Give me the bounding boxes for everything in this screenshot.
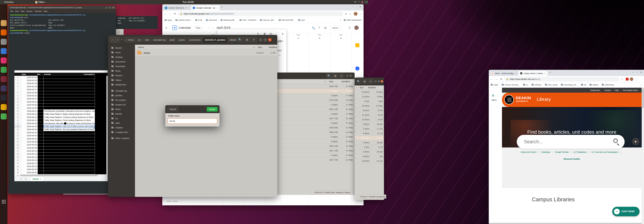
tab-close-icon[interactable]: ✕ bbox=[514, 72, 517, 74]
dock-app-icon[interactable] bbox=[1, 57, 7, 63]
grid-view-icon[interactable]: ⊞ bbox=[244, 37, 250, 43]
sheet-row[interactable]: 11 2019-04-01 bbox=[14, 100, 108, 103]
menu-label[interactable]: Menu bbox=[492, 99, 497, 101]
bookmark-item[interactable]: Apps bbox=[164, 19, 172, 21]
file-row[interactable]: 16 items 21 May bbox=[355, 104, 384, 108]
terminal-menu-item[interactable]: Terminal bbox=[34, 10, 42, 12]
event-chevron-icon[interactable]: ∧ bbox=[279, 54, 280, 56]
hero-play-button[interactable]: ▶ bbox=[632, 138, 640, 145]
dock-app-icon[interactable] bbox=[1, 95, 7, 101]
gcal-avatar[interactable] bbox=[354, 25, 359, 30]
forward-icon[interactable]: › bbox=[115, 37, 120, 43]
gcal-help-icon[interactable]: ? bbox=[318, 26, 320, 29]
sheet-row[interactable]: 3 2019-02-18 bbox=[14, 76, 108, 79]
crumb-overflow-icon[interactable]: ◂ bbox=[121, 38, 122, 40]
sheet-row[interactable]: 31 2019-05-17 bbox=[14, 162, 108, 165]
terminal-menu-item[interactable]: Edit bbox=[15, 10, 18, 12]
breadcrumb-home[interactable]: ⌂Home bbox=[124, 37, 136, 42]
search-icon[interactable]: 🔍 bbox=[326, 73, 332, 79]
file-row[interactable]: 1 item Wed bbox=[355, 99, 384, 104]
sheet-row[interactable]: 26 2019-05-09 bbox=[14, 146, 108, 150]
gcal-hamburger-icon[interactable]: ≡ bbox=[166, 26, 167, 29]
sidebar-item[interactable]: transfer bbox=[108, 112, 135, 116]
utility-link[interactable]: DeakinSync bbox=[590, 89, 600, 91]
sidebar-item[interactable]: Music bbox=[108, 69, 135, 73]
file-row[interactable]: 11 items 8 May bbox=[355, 94, 384, 99]
library-search-input[interactable] bbox=[524, 138, 604, 145]
billable-row[interactable]: billable 16 items 17:59 bbox=[135, 50, 277, 56]
sheet-row[interactable]: 16 2019-04-12 Traffic Data Platform: Con… bbox=[14, 116, 108, 119]
bookmark-item[interactable]: spss bbox=[298, 19, 305, 21]
extension-icon[interactable]: ◈ bbox=[345, 13, 347, 15]
reload-icon[interactable]: ⟳ bbox=[500, 77, 502, 81]
maximize-icon[interactable]: ▢ bbox=[349, 74, 352, 77]
gcal-search-icon[interactable]: 🔍 bbox=[312, 26, 315, 29]
breadcrumb-item-active[interactable]: 2019-05-17_postdoc bbox=[203, 37, 228, 42]
breadcrumb-item[interactable]: vismodel-org bbox=[151, 37, 168, 42]
add-sheet-icon[interactable]: + bbox=[20, 177, 22, 180]
window-close-icon[interactable]: ✕ bbox=[360, 5, 361, 8]
bookmark-item[interactable]: Working with... bbox=[220, 19, 236, 21]
file-row[interactable]: 3 items 30 Apr bbox=[355, 122, 384, 127]
sheet-row[interactable]: 4 2019-02-18 bbox=[14, 79, 108, 82]
sidebar-item[interactable]: afl_scrape3 bbox=[108, 98, 135, 102]
bookmark-item[interactable]: Microsoft Offi... bbox=[279, 19, 295, 21]
files-menu[interactable]: Files bbox=[38, 1, 44, 3]
sidebar-item[interactable]: Recent bbox=[108, 46, 135, 50]
tab-close-icon[interactable]: ✕ bbox=[215, 7, 218, 9]
minimize-icon[interactable]: – bbox=[374, 80, 377, 83]
dock-app-icon[interactable] bbox=[1, 67, 7, 73]
maximize-icon[interactable]: ▢ bbox=[263, 38, 267, 42]
sheet-row[interactable]: 23 2019-05-01 bbox=[14, 137, 108, 140]
sheet-row[interactable]: 9 2019-03-25 bbox=[14, 94, 108, 97]
bookmark-item[interactable]: How do I get... bbox=[260, 19, 275, 21]
sidebar-item[interactable]: Videos bbox=[108, 78, 135, 82]
gcal-footer-links[interactable]: Terms · Privacy bbox=[167, 201, 178, 202]
forward-icon[interactable]: → bbox=[495, 77, 498, 81]
utility-link[interactable]: Contact bbox=[604, 89, 611, 91]
sidebar-item[interactable]: src bbox=[108, 116, 135, 121]
sidebar-item[interactable]: analyse-vid bbox=[108, 102, 135, 107]
back-icon[interactable]: ← bbox=[164, 12, 166, 15]
reload-icon[interactable]: ⟳ bbox=[174, 12, 176, 15]
forward-icon[interactable]: → bbox=[168, 12, 171, 15]
next-month-icon[interactable]: › bbox=[212, 26, 213, 29]
page-scrollbar[interactable] bbox=[642, 87, 644, 224]
window-close-icon[interactable]: ✕ bbox=[640, 71, 642, 74]
terminal-minimize-button[interactable]: – bbox=[105, 6, 108, 9]
sheet-row[interactable]: 33 2019-05-20 bbox=[14, 168, 108, 171]
bookmark-item[interactable]: interesting bbox=[602, 84, 614, 86]
network-caret-icon[interactable]: ▾ bbox=[359, 1, 360, 3]
sheet-row[interactable]: 7 2019-02-27 bbox=[14, 88, 108, 91]
gcal-settings-icon[interactable]: ⚙ bbox=[324, 26, 326, 29]
tab-gmail[interactable]: M Inbox - anjsimmo@gmail. ✕ bbox=[490, 71, 518, 76]
chrome-menu-icon[interactable]: ⋮ bbox=[360, 12, 362, 15]
window-maximize-icon[interactable]: □ bbox=[637, 71, 638, 73]
file-row[interactable]: 25 items 10 May bbox=[355, 90, 384, 94]
page-hscrollbar[interactable] bbox=[489, 223, 642, 224]
grid-view-icon[interactable]: ⊞ bbox=[362, 79, 367, 84]
dock-app-icon[interactable] bbox=[1, 20, 7, 26]
folder-name-input[interactable]: non-b bbox=[168, 118, 217, 124]
file-row[interactable]: 7 items 17 Jun bbox=[355, 127, 384, 131]
terminal-titlebar[interactable]: andrew@andrew-ltp: ~/src/web/vismodel-or… bbox=[8, 6, 116, 9]
tab-close-icon[interactable]: ✕ bbox=[186, 7, 190, 9]
sheet-row[interactable]: 10 2019-03-27 bbox=[14, 97, 108, 100]
window-minimize-icon[interactable]: – bbox=[633, 71, 634, 73]
bookmark-item[interactable]: afl bbox=[581, 84, 586, 86]
sidebar-item[interactable]: Documents bbox=[108, 59, 135, 64]
minimize-icon[interactable]: – bbox=[259, 38, 262, 42]
tab-google-calendar[interactable]: 30 Google Calendar - April 20 ✕ bbox=[191, 5, 220, 10]
breadcrumb-item[interactable]: web bbox=[143, 37, 151, 42]
sidebar-item[interactable]: x-nautilus-des... bbox=[108, 130, 135, 135]
tray-window-icon[interactable] bbox=[366, 1, 368, 2]
terminal-menu-item[interactable]: File bbox=[10, 10, 13, 12]
dock-app-icon[interactable] bbox=[1, 29, 7, 35]
sheet-row[interactable]: 17 2019-04-12 Traffic Data Platform: Fin… bbox=[14, 119, 108, 122]
close-icon[interactable]: ✕ bbox=[380, 80, 383, 83]
dock-app-icon[interactable] bbox=[1, 113, 7, 119]
sheet-tab[interactable]: Sheet1 ▼ bbox=[30, 177, 44, 181]
event-close-icon[interactable]: ✕ bbox=[282, 32, 284, 36]
sheet-row[interactable]: 29 2019-05-13 bbox=[14, 156, 108, 159]
col-date[interactable]: Date bbox=[22, 73, 26, 75]
